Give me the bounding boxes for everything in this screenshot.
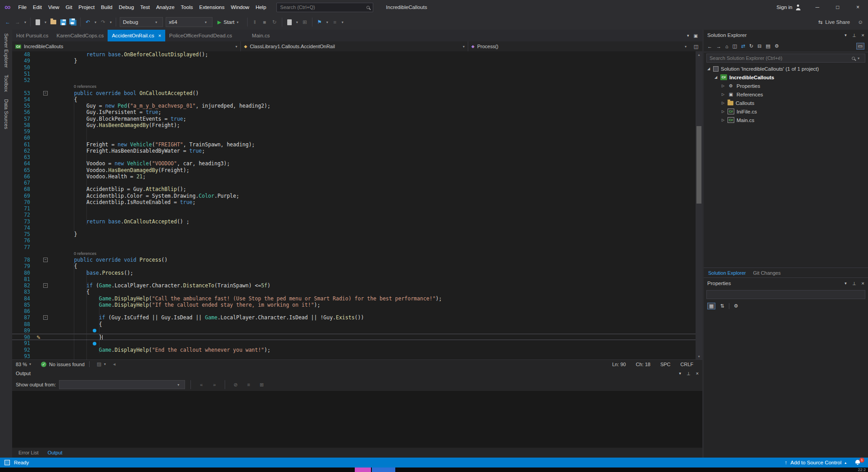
- property-pages-icon[interactable]: ⚙: [734, 303, 738, 309]
- type-dropdown[interactable]: ◆ ClassLibrary1.Callouts.AccidentOnRail …: [241, 41, 468, 51]
- clear-all-icon[interactable]: ⊘: [231, 379, 240, 390]
- expanded-arrow-icon[interactable]: ◢: [714, 75, 718, 79]
- scrollbar-thumb[interactable]: [696, 126, 701, 204]
- pin-icon[interactable]: ⊤: [687, 371, 691, 376]
- code-line-50[interactable]: 50: [12, 64, 696, 71]
- code-line-83[interactable]: 83 {: [12, 289, 696, 295]
- new-file-icon[interactable]: [33, 17, 42, 27]
- comment-dropdown-icon[interactable]: ▾: [340, 17, 345, 27]
- toggle-messages-icon[interactable]: ⊞: [257, 379, 266, 390]
- code-line-59[interactable]: 59: [12, 128, 696, 135]
- side-tab-server-explorer[interactable]: Server Explorer: [4, 33, 9, 68]
- code-editor[interactable]: 48 return base.OnBeforeCalloutDisplayed(…: [12, 51, 702, 359]
- panel-tab-git-changes[interactable]: Git Changes: [753, 270, 781, 276]
- code-line-48[interactable]: 48 return base.OnBeforeCalloutDisplayed(…: [12, 51, 696, 58]
- tab-policeofficerfounddead-cs[interactable]: PoliceOfficerFoundDead.cs: [165, 30, 236, 41]
- code-line-90[interactable]: 90✎ }: [12, 334, 696, 340]
- code-line-73[interactable]: 73 return base.OnCalloutAccepted() ;: [12, 218, 696, 225]
- code-line-89[interactable]: 89: [12, 327, 696, 334]
- code-line-51[interactable]: 51: [12, 71, 696, 77]
- save-icon[interactable]: [59, 17, 68, 27]
- close-panel-icon[interactable]: ×: [861, 281, 864, 286]
- codelens-references[interactable]: 0 references: [74, 83, 96, 90]
- code-line-52[interactable]: 52: [12, 77, 696, 83]
- menu-build[interactable]: Build: [98, 0, 116, 14]
- collapsed-arrow-icon[interactable]: ▷: [721, 92, 725, 96]
- menu-tools[interactable]: Tools: [178, 0, 196, 14]
- code-line-85[interactable]: 85 Game.DisplayHelp("If the callout ende…: [12, 302, 696, 308]
- navigate-forward-icon[interactable]: →: [13, 17, 22, 27]
- preview-selected-icon[interactable]: ▭: [856, 43, 864, 50]
- code-line-69[interactable]: 69 Accidentblip.Color = System.Drawing.C…: [12, 193, 696, 199]
- fold-collapse-icon[interactable]: −: [43, 91, 48, 95]
- quick-search-input[interactable]: Search (Ctrl+Q): [276, 3, 373, 12]
- fold-collapse-icon[interactable]: −: [43, 258, 48, 262]
- code-line-80[interactable]: 80 base.Process();: [12, 270, 696, 276]
- code-line-78[interactable]: 78− public override void Process(): [12, 257, 696, 263]
- redo-icon[interactable]: ↷: [99, 17, 108, 27]
- menu-project[interactable]: Project: [75, 0, 98, 14]
- code-line-91[interactable]: 91: [12, 340, 696, 346]
- tab-main-cs[interactable]: Main.cs: [248, 30, 274, 41]
- refresh-icon[interactable]: ↻: [749, 43, 753, 49]
- tab-karencalledcops-cs[interactable]: KarenCalledCops.cs: [53, 30, 108, 41]
- split-editor-icon[interactable]: ◫: [692, 41, 701, 52]
- editor-scrollbar[interactable]: ▴ ▾: [696, 51, 702, 359]
- tree-item-main-cs[interactable]: ▷C#Main.cs: [704, 116, 868, 124]
- tree-item-solution-incrediblecallouts-1-of-1-project[interactable]: ◢Solution 'IncredibleCallouts' (1 of 1 p…: [704, 64, 868, 73]
- menu-git[interactable]: Git: [63, 0, 76, 14]
- fold-collapse-icon[interactable]: −: [43, 315, 48, 320]
- history-back-icon[interactable]: ←: [707, 44, 712, 49]
- code-line-81[interactable]: 81: [12, 276, 696, 282]
- code-line-71[interactable]: 71: [12, 205, 696, 212]
- menu-test[interactable]: Test: [137, 0, 153, 14]
- restart-icon[interactable]: ↻: [270, 17, 279, 27]
- close-tab-icon[interactable]: ×: [158, 33, 161, 38]
- codelens-references[interactable]: 0 references: [74, 250, 96, 257]
- alphabetical-icon[interactable]: ⇅: [720, 303, 724, 309]
- line-indicator[interactable]: Ln: 90: [612, 362, 626, 367]
- show-all-files-icon[interactable]: ▤: [766, 43, 770, 49]
- expanded-arrow-icon[interactable]: ◢: [706, 67, 711, 71]
- navigation-dropdown-icon[interactable]: ▾: [23, 17, 27, 27]
- new-item-dropdown-icon[interactable]: ▾: [295, 17, 299, 27]
- code-line-56[interactable]: 56 Guy.IsPersistent = true;: [12, 109, 696, 115]
- code-line-68[interactable]: 68 Accidentblip = Guy.AttachBlip();: [12, 186, 696, 192]
- find-in-files-icon[interactable]: ⊞: [300, 17, 309, 27]
- bookmark-dropdown-icon[interactable]: ▾: [325, 17, 330, 27]
- code-line-63[interactable]: 63: [12, 154, 696, 160]
- menu-debug[interactable]: Debug: [116, 0, 137, 14]
- menu-view[interactable]: View: [45, 0, 63, 14]
- comment-icon[interactable]: ≡: [330, 17, 339, 27]
- bookmark-icon[interactable]: ⚑: [315, 17, 324, 27]
- menu-window[interactable]: Window: [228, 0, 253, 14]
- prev-issue-icon[interactable]: ◂: [113, 361, 116, 367]
- window-position-icon[interactable]: ▾: [845, 281, 847, 286]
- add-to-source-control-button[interactable]: Add to Source Control: [791, 460, 841, 465]
- tab-options-icon[interactable]: ▣: [694, 33, 698, 38]
- start-debugging-button[interactable]: ▶ Start ▾: [217, 19, 241, 25]
- pause-icon[interactable]: ‖: [250, 17, 259, 27]
- code-line-54[interactable]: 54 {: [12, 96, 696, 103]
- document-health-indicator[interactable]: ✓ No issues found: [41, 362, 85, 367]
- code-line-65[interactable]: 65 Voodoo.HasBeenDamagedBy(Freight);: [12, 167, 696, 173]
- solution-explorer-header[interactable]: Solution Explorer ▾ ⊤ ×: [704, 30, 868, 41]
- code-line-70[interactable]: 70 Accidentblip.IsRouteEnabled = true;: [12, 199, 696, 205]
- scroll-down-icon[interactable]: ▾: [696, 353, 702, 359]
- switch-views-icon[interactable]: ◫: [732, 43, 737, 49]
- prev-message-icon[interactable]: «: [197, 379, 206, 390]
- pin-icon[interactable]: ⊤: [852, 281, 856, 286]
- sign-in-button[interactable]: Sign in: [777, 5, 801, 10]
- code-line-75[interactable]: 75 }: [12, 231, 696, 237]
- code-line-79[interactable]: 79 {: [12, 263, 696, 269]
- column-indicator[interactable]: Ch: 18: [636, 362, 650, 367]
- code-line-57[interactable]: 57 Guy.BlockPermanentEvents = true;: [12, 116, 696, 122]
- live-share-button[interactable]: ⇆ Live Share: [818, 19, 850, 25]
- properties-icon[interactable]: ⚙: [774, 43, 779, 49]
- code-line-58[interactable]: 58 Guy.HasBeenDamagedBy(Freight);: [12, 122, 696, 128]
- solution-configuration-select[interactable]: Debug ▾: [120, 17, 163, 27]
- code-line-87[interactable]: 87− if (Guy.IsCuffed || Guy.IsDead || Ga…: [12, 314, 696, 321]
- tree-item-incrediblecallouts[interactable]: ◢C#IncredibleCallouts: [704, 73, 868, 82]
- panel-tab-solution-explorer[interactable]: Solution Explorer: [708, 270, 746, 276]
- collapsed-arrow-icon[interactable]: ▷: [721, 109, 725, 113]
